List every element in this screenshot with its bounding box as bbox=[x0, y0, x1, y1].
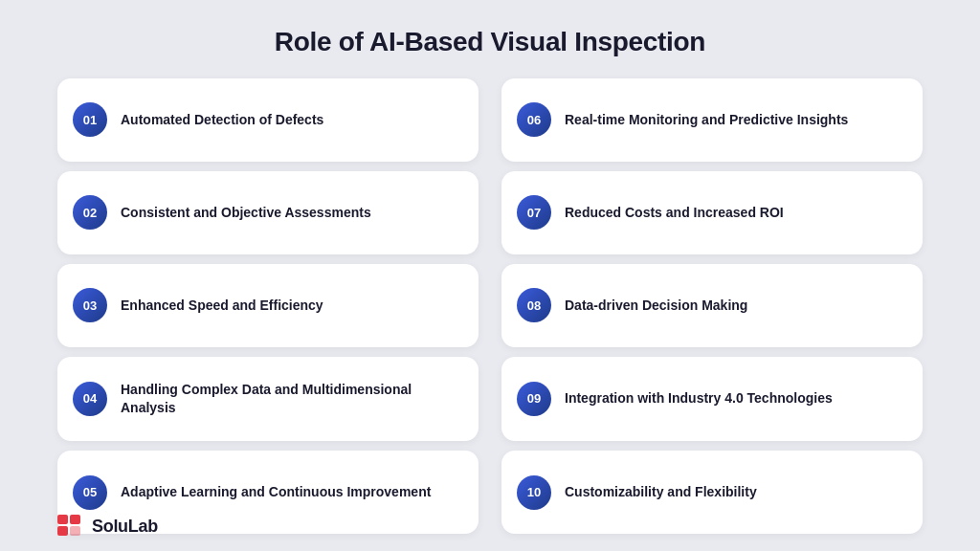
item-badge: 01 bbox=[73, 102, 107, 137]
logo-area: SoluLab bbox=[57, 515, 158, 538]
item-badge: 08 bbox=[517, 288, 551, 322]
item-label: Customizability and Flexibility bbox=[565, 483, 757, 501]
item-badge: 02 bbox=[73, 195, 107, 230]
item-label: Automated Detection of Defects bbox=[121, 111, 323, 129]
logo-name: SoluLab bbox=[92, 517, 158, 537]
items-grid: 01Automated Detection of Defects06Real-t… bbox=[57, 78, 923, 534]
logo-icon bbox=[57, 515, 84, 538]
item-label: Handling Complex Data and Multidimension… bbox=[121, 381, 463, 417]
item-label: Reduced Costs and Increased ROI bbox=[565, 204, 784, 222]
list-item: 01Automated Detection of Defects bbox=[57, 78, 479, 162]
item-badge: 07 bbox=[517, 195, 551, 230]
item-label: Real-time Monitoring and Predictive Insi… bbox=[565, 111, 848, 129]
item-label: Adaptive Learning and Continuous Improve… bbox=[121, 483, 431, 501]
list-item: 09Integration with Industry 4.0 Technolo… bbox=[501, 357, 923, 442]
item-badge: 03 bbox=[73, 288, 107, 322]
item-label: Data-driven Decision Making bbox=[565, 297, 747, 315]
list-item: 07Reduced Costs and Increased ROI bbox=[501, 171, 923, 254]
list-item: 06Real-time Monitoring and Predictive In… bbox=[501, 78, 923, 162]
item-badge: 09 bbox=[517, 382, 551, 416]
list-item: 03Enhanced Speed and Efficiency bbox=[57, 264, 479, 347]
item-badge: 05 bbox=[73, 475, 107, 510]
item-badge: 06 bbox=[517, 102, 551, 137]
list-item: 04Handling Complex Data and Multidimensi… bbox=[57, 357, 479, 442]
page-wrapper: Role of AI-Based Visual Inspection 01Aut… bbox=[0, 0, 980, 551]
list-item: 08Data-driven Decision Making bbox=[501, 264, 923, 347]
item-label: Integration with Industry 4.0 Technologi… bbox=[565, 389, 833, 408]
list-item: 10Customizability and Flexibility bbox=[501, 451, 923, 534]
item-label: Consistent and Objective Assessments bbox=[121, 204, 371, 222]
item-label: Enhanced Speed and Efficiency bbox=[121, 297, 323, 315]
item-badge: 10 bbox=[517, 475, 551, 510]
item-badge: 04 bbox=[73, 382, 107, 416]
list-item: 02Consistent and Objective Assessments bbox=[57, 171, 479, 254]
page-title: Role of AI-Based Visual Inspection bbox=[275, 27, 705, 57]
